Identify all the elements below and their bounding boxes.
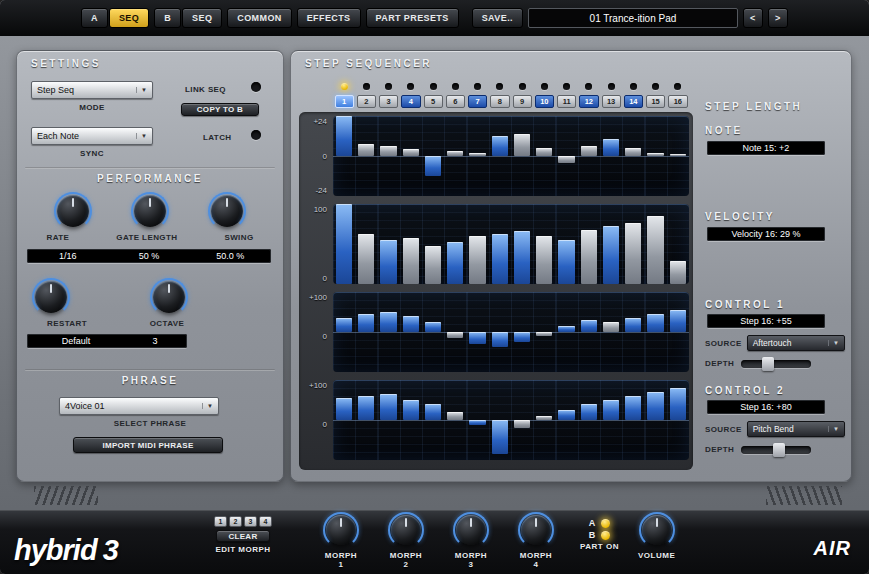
bar-control2-step-5[interactable] bbox=[425, 404, 441, 420]
mode-dropdown[interactable]: Step Seq ▼ bbox=[31, 81, 153, 99]
bar-control2-step-12[interactable] bbox=[581, 404, 597, 420]
bar-velocity-step-6[interactable] bbox=[447, 242, 463, 284]
step-button-8[interactable]: 8 bbox=[490, 95, 509, 108]
bar-velocity-step-4[interactable] bbox=[403, 238, 419, 284]
part-presets-tab[interactable]: PART PRESETS bbox=[366, 8, 459, 28]
bar-control2-step-2[interactable] bbox=[358, 396, 374, 420]
next-preset-button[interactable]: > bbox=[768, 8, 788, 28]
lane-plot-note[interactable] bbox=[333, 116, 689, 196]
effects-tab[interactable]: EFFECTS bbox=[297, 8, 361, 28]
bar-control2-step-8[interactable] bbox=[492, 420, 508, 454]
bar-note-step-9[interactable] bbox=[514, 134, 530, 156]
step-button-15[interactable]: 15 bbox=[646, 95, 665, 108]
import-midi-phrase-button[interactable]: IMPORT MIDI PHRASE bbox=[73, 437, 223, 453]
bar-note-step-14[interactable] bbox=[625, 148, 641, 156]
bar-note-step-13[interactable] bbox=[603, 139, 619, 156]
lane-plot-control1[interactable] bbox=[333, 292, 689, 372]
bar-velocity-step-7[interactable] bbox=[469, 236, 485, 284]
bar-control2-step-11[interactable] bbox=[558, 410, 574, 420]
bar-control1-step-16[interactable] bbox=[670, 310, 686, 332]
bar-control2-step-13[interactable] bbox=[603, 400, 619, 420]
bar-control1-step-1[interactable] bbox=[336, 318, 352, 332]
step-button-11[interactable]: 11 bbox=[557, 95, 576, 108]
bar-control1-step-5[interactable] bbox=[425, 322, 441, 332]
control1-depth-slider[interactable] bbox=[741, 360, 811, 368]
prev-preset-button[interactable]: < bbox=[743, 8, 763, 28]
save-button[interactable]: SAVE.. bbox=[472, 8, 523, 28]
bar-control1-step-2[interactable] bbox=[358, 314, 374, 332]
bar-velocity-step-9[interactable] bbox=[514, 231, 530, 284]
bar-velocity-step-2[interactable] bbox=[358, 234, 374, 284]
seq-a-tab[interactable]: SEQ bbox=[109, 8, 149, 28]
bar-control1-step-11[interactable] bbox=[558, 326, 574, 332]
morph-3-knob[interactable] bbox=[456, 515, 486, 545]
morph-4-knob[interactable] bbox=[521, 515, 551, 545]
bar-note-step-5[interactable] bbox=[425, 156, 441, 176]
seq-b-tab[interactable]: SEQ bbox=[182, 8, 222, 28]
bar-control2-step-14[interactable] bbox=[625, 396, 641, 420]
step-button-10[interactable]: 10 bbox=[535, 95, 554, 108]
step-button-3[interactable]: 3 bbox=[379, 95, 398, 108]
preset-display[interactable]: 01 Trance-ition Pad bbox=[528, 8, 738, 28]
step-button-7[interactable]: 7 bbox=[468, 95, 487, 108]
step-button-2[interactable]: 2 bbox=[357, 95, 376, 108]
bar-control1-step-4[interactable] bbox=[403, 316, 419, 332]
bar-control2-step-1[interactable] bbox=[336, 398, 352, 420]
bar-control2-step-7[interactable] bbox=[469, 420, 485, 425]
control2-source-dropdown[interactable]: Pitch Bend ▼ bbox=[747, 421, 845, 437]
step-button-1[interactable]: 1 bbox=[335, 95, 354, 108]
bar-velocity-step-5[interactable] bbox=[425, 246, 441, 284]
bar-control1-step-9[interactable] bbox=[514, 332, 530, 342]
control1-source-dropdown[interactable]: Aftertouch ▼ bbox=[747, 335, 845, 351]
bar-velocity-step-15[interactable] bbox=[647, 216, 663, 284]
step-button-16[interactable]: 16 bbox=[668, 95, 687, 108]
clear-button[interactable]: CLEAR bbox=[216, 530, 270, 542]
bar-velocity-step-8[interactable] bbox=[492, 234, 508, 284]
bar-control2-step-9[interactable] bbox=[514, 420, 530, 428]
bar-note-step-3[interactable] bbox=[380, 146, 396, 156]
morph-select-2[interactable]: 2 bbox=[229, 516, 242, 527]
gate-length-knob[interactable] bbox=[134, 195, 166, 227]
restart-knob[interactable] bbox=[35, 281, 67, 313]
part-a-led[interactable] bbox=[601, 519, 610, 528]
bar-control1-step-3[interactable] bbox=[380, 312, 396, 332]
bar-control1-step-14[interactable] bbox=[625, 318, 641, 332]
bar-velocity-step-14[interactable] bbox=[625, 223, 641, 284]
bar-note-step-11[interactable] bbox=[558, 156, 574, 163]
step-button-14[interactable]: 14 bbox=[624, 95, 643, 108]
bar-note-step-15[interactable] bbox=[647, 153, 663, 156]
bar-control1-step-8[interactable] bbox=[492, 332, 508, 347]
bar-note-step-10[interactable] bbox=[536, 148, 552, 156]
bar-note-step-8[interactable] bbox=[492, 136, 508, 156]
step-button-6[interactable]: 6 bbox=[446, 95, 465, 108]
select-phrase-dropdown[interactable]: 4Voice 01 ▼ bbox=[59, 397, 219, 415]
morph-select-3[interactable]: 3 bbox=[244, 516, 257, 527]
bar-note-step-1[interactable] bbox=[336, 116, 352, 156]
octave-knob[interactable] bbox=[153, 281, 185, 313]
copy-to-b-button[interactable]: COPY TO B bbox=[181, 103, 259, 116]
sync-dropdown[interactable]: Each Note ▼ bbox=[31, 127, 153, 145]
step-button-4[interactable]: 4 bbox=[401, 95, 420, 108]
bar-control2-step-16[interactable] bbox=[670, 388, 686, 420]
step-button-9[interactable]: 9 bbox=[513, 95, 532, 108]
lane-plot-velocity[interactable] bbox=[333, 204, 689, 284]
control1-depth-thumb[interactable] bbox=[762, 357, 774, 371]
morph-select-1[interactable]: 1 bbox=[214, 516, 227, 527]
bar-velocity-step-11[interactable] bbox=[558, 240, 574, 284]
part-b-tab[interactable]: B bbox=[154, 8, 181, 28]
bar-velocity-step-1[interactable] bbox=[336, 204, 352, 284]
part-a-tab[interactable]: A bbox=[81, 8, 108, 28]
morph-2-knob[interactable] bbox=[391, 515, 421, 545]
common-tab[interactable]: COMMON bbox=[227, 8, 291, 28]
bar-note-step-2[interactable] bbox=[358, 144, 374, 156]
link-seq-led[interactable] bbox=[251, 82, 261, 92]
bar-velocity-step-12[interactable] bbox=[581, 230, 597, 284]
bar-control1-step-12[interactable] bbox=[581, 320, 597, 332]
bar-note-step-6[interactable] bbox=[447, 151, 463, 156]
volume-knob[interactable] bbox=[642, 515, 672, 545]
bar-control2-step-3[interactable] bbox=[380, 394, 396, 420]
bar-control1-step-7[interactable] bbox=[469, 332, 485, 344]
bar-velocity-step-13[interactable] bbox=[603, 226, 619, 284]
bar-velocity-step-3[interactable] bbox=[380, 240, 396, 284]
bar-note-step-16[interactable] bbox=[670, 154, 686, 156]
